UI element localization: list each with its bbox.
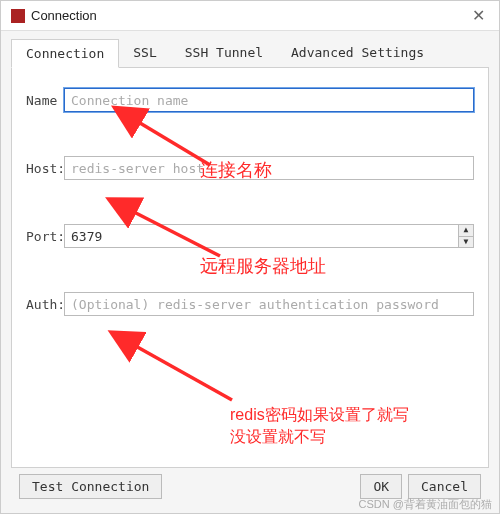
label-auth: Auth: (26, 297, 64, 312)
ok-button[interactable]: OK (360, 474, 402, 499)
row-port: Port: ▲ ▼ (26, 224, 474, 248)
test-connection-button[interactable]: Test Connection (19, 474, 162, 499)
app-icon (11, 9, 25, 23)
bottom-bar: Test Connection OK Cancel (11, 468, 489, 505)
spacer (162, 474, 354, 499)
tab-connection[interactable]: Connection (11, 39, 119, 68)
close-icon[interactable]: ✕ (468, 6, 489, 25)
tab-ssh-tunnel[interactable]: SSH Tunnel (171, 39, 277, 67)
label-port: Port: (26, 229, 64, 244)
port-input[interactable] (64, 224, 458, 248)
port-wrap: ▲ ▼ (64, 224, 474, 248)
cancel-button[interactable]: Cancel (408, 474, 481, 499)
form-area: Name Host: Port: ▲ ▼ Auth: (11, 68, 489, 468)
tabbar: Connection SSL SSH Tunnel Advanced Setti… (11, 39, 489, 68)
name-input[interactable] (64, 88, 474, 112)
label-host: Host: (26, 161, 64, 176)
label-name: Name (26, 93, 64, 108)
content-area: Connection SSL SSH Tunnel Advanced Setti… (1, 31, 499, 513)
port-down-icon[interactable]: ▼ (459, 236, 473, 248)
connection-dialog: Connection ✕ Connection SSL SSH Tunnel A… (0, 0, 500, 514)
window-title: Connection (31, 8, 468, 23)
tab-advanced-settings[interactable]: Advanced Settings (277, 39, 438, 67)
row-host: Host: (26, 156, 474, 180)
port-up-icon[interactable]: ▲ (459, 225, 473, 236)
port-spinner: ▲ ▼ (458, 224, 474, 248)
tab-ssl[interactable]: SSL (119, 39, 170, 67)
auth-input[interactable] (64, 292, 474, 316)
row-name: Name (26, 88, 474, 112)
titlebar: Connection ✕ (1, 1, 499, 31)
host-input[interactable] (64, 156, 474, 180)
row-auth: Auth: (26, 292, 474, 316)
